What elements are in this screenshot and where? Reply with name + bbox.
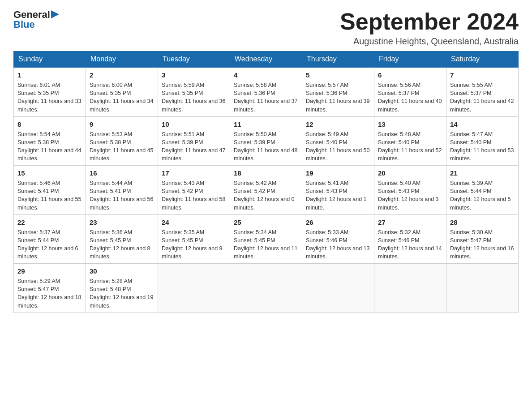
calendar-day-cell: 16Sunrise: 5:44 AMSunset: 5:41 PMDayligh… [86, 166, 158, 215]
day-number: 19 [306, 168, 370, 178]
calendar-day-cell: 22Sunrise: 5:37 AMSunset: 5:44 PMDayligh… [14, 214, 86, 264]
day-number: 18 [234, 168, 298, 178]
calendar-day-cell: 25Sunrise: 5:34 AMSunset: 5:45 PMDayligh… [230, 214, 302, 264]
day-number: 20 [378, 168, 442, 178]
day-number: 2 [90, 70, 154, 80]
day-info: Sunrise: 5:33 AMSunset: 5:46 PMDaylight:… [306, 228, 370, 261]
day-info: Sunrise: 5:56 AMSunset: 5:37 PMDaylight:… [378, 81, 442, 114]
calendar-day-cell: 1Sunrise: 6:01 AMSunset: 5:35 PMDaylight… [14, 67, 86, 116]
day-number: 29 [17, 266, 82, 276]
day-number: 11 [234, 120, 298, 129]
calendar-day-cell: 24Sunrise: 5:35 AMSunset: 5:45 PMDayligh… [158, 214, 230, 264]
day-info: Sunrise: 5:47 AMSunset: 5:40 PMDaylight:… [450, 130, 515, 163]
day-info: Sunrise: 5:51 AMSunset: 5:39 PMDaylight:… [162, 130, 226, 163]
calendar-header-tuesday: Tuesday [158, 51, 230, 68]
day-number: 22 [17, 218, 82, 227]
day-number: 16 [90, 168, 154, 178]
logo-blue: Blue [13, 19, 35, 30]
calendar-week-row: 1Sunrise: 6:01 AMSunset: 5:35 PMDaylight… [14, 67, 519, 116]
day-number: 6 [378, 70, 442, 80]
calendar-table: SundayMondayTuesdayWednesdayThursdayFrid… [13, 51, 519, 313]
calendar-day-cell [374, 264, 446, 313]
day-number: 4 [234, 70, 298, 80]
calendar-header-friday: Friday [374, 51, 446, 68]
day-info: Sunrise: 5:43 AMSunset: 5:42 PMDaylight:… [162, 179, 226, 212]
calendar-day-cell [446, 264, 519, 313]
calendar-day-cell: 19Sunrise: 5:41 AMSunset: 5:43 PMDayligh… [302, 166, 374, 215]
calendar-header-wednesday: Wednesday [230, 51, 302, 68]
day-info: Sunrise: 5:34 AMSunset: 5:45 PMDaylight:… [234, 228, 298, 261]
day-info: Sunrise: 5:36 AMSunset: 5:45 PMDaylight:… [90, 228, 154, 261]
calendar-day-cell: 27Sunrise: 5:32 AMSunset: 5:46 PMDayligh… [374, 214, 446, 264]
calendar-day-cell: 13Sunrise: 5:48 AMSunset: 5:40 PMDayligh… [374, 116, 446, 166]
day-info: Sunrise: 5:46 AMSunset: 5:41 PMDaylight:… [17, 179, 82, 212]
day-number: 25 [234, 218, 298, 227]
day-info: Sunrise: 5:37 AMSunset: 5:44 PMDaylight:… [17, 228, 82, 261]
day-info: Sunrise: 5:29 AMSunset: 5:47 PMDaylight:… [17, 277, 82, 310]
day-info: Sunrise: 5:54 AMSunset: 5:38 PMDaylight:… [17, 130, 82, 163]
day-info: Sunrise: 6:00 AMSunset: 5:35 PMDaylight:… [90, 81, 154, 114]
day-number: 1 [17, 70, 82, 80]
day-number: 8 [17, 120, 82, 129]
month-title: September 2024 [340, 9, 519, 34]
day-info: Sunrise: 5:30 AMSunset: 5:47 PMDaylight:… [450, 228, 515, 261]
day-info: Sunrise: 5:42 AMSunset: 5:42 PMDaylight:… [234, 179, 298, 212]
day-number: 24 [162, 218, 226, 227]
day-info: Sunrise: 5:32 AMSunset: 5:46 PMDaylight:… [378, 228, 442, 261]
calendar-day-cell: 6Sunrise: 5:56 AMSunset: 5:37 PMDaylight… [374, 67, 446, 116]
location-title: Augustine Heights, Queensland, Australia [340, 36, 519, 47]
calendar-day-cell: 30Sunrise: 5:28 AMSunset: 5:48 PMDayligh… [86, 264, 158, 313]
calendar-week-row: 29Sunrise: 5:29 AMSunset: 5:47 PMDayligh… [14, 264, 519, 313]
title-area: September 2024 Augustine Heights, Queens… [340, 9, 519, 47]
day-info: Sunrise: 5:28 AMSunset: 5:48 PMDaylight:… [90, 277, 154, 310]
day-info: Sunrise: 5:35 AMSunset: 5:45 PMDaylight:… [162, 228, 226, 261]
day-number: 10 [162, 120, 226, 129]
page-header: General Blue September 2024 Augustine He… [13, 9, 519, 47]
calendar-day-cell: 5Sunrise: 5:57 AMSunset: 5:36 PMDaylight… [302, 67, 374, 116]
day-number: 27 [378, 218, 442, 227]
day-info: Sunrise: 5:57 AMSunset: 5:36 PMDaylight:… [306, 81, 370, 114]
calendar-day-cell: 12Sunrise: 5:49 AMSunset: 5:40 PMDayligh… [302, 116, 374, 166]
logo: General Blue [13, 9, 59, 30]
day-number: 7 [450, 70, 515, 80]
calendar-day-cell: 2Sunrise: 6:00 AMSunset: 5:35 PMDaylight… [86, 67, 158, 116]
day-info: Sunrise: 5:44 AMSunset: 5:41 PMDaylight:… [90, 179, 154, 212]
calendar-header-monday: Monday [86, 51, 158, 68]
day-info: Sunrise: 5:59 AMSunset: 5:35 PMDaylight:… [162, 81, 226, 114]
calendar-day-cell: 29Sunrise: 5:29 AMSunset: 5:47 PMDayligh… [14, 264, 86, 313]
calendar-day-cell: 15Sunrise: 5:46 AMSunset: 5:41 PMDayligh… [14, 166, 86, 215]
calendar-day-cell: 23Sunrise: 5:36 AMSunset: 5:45 PMDayligh… [86, 214, 158, 264]
calendar-day-cell: 11Sunrise: 5:50 AMSunset: 5:39 PMDayligh… [230, 116, 302, 166]
day-number: 5 [306, 70, 370, 80]
day-number: 14 [450, 120, 515, 129]
day-info: Sunrise: 5:49 AMSunset: 5:40 PMDaylight:… [306, 130, 370, 163]
logo-arrow-icon [51, 10, 59, 18]
day-number: 3 [162, 70, 226, 80]
day-number: 9 [90, 120, 154, 129]
day-number: 13 [378, 120, 442, 129]
calendar-header-sunday: Sunday [14, 51, 86, 68]
day-info: Sunrise: 5:58 AMSunset: 5:36 PMDaylight:… [234, 81, 298, 114]
day-info: Sunrise: 5:39 AMSunset: 5:44 PMDaylight:… [450, 179, 515, 212]
calendar-day-cell: 9Sunrise: 5:53 AMSunset: 5:38 PMDaylight… [86, 116, 158, 166]
day-number: 26 [306, 218, 370, 227]
calendar-day-cell: 14Sunrise: 5:47 AMSunset: 5:40 PMDayligh… [446, 116, 519, 166]
day-number: 28 [450, 218, 515, 227]
day-number: 12 [306, 120, 370, 129]
day-info: Sunrise: 5:50 AMSunset: 5:39 PMDaylight:… [234, 130, 298, 163]
day-info: Sunrise: 5:41 AMSunset: 5:43 PMDaylight:… [306, 179, 370, 212]
calendar-day-cell: 18Sunrise: 5:42 AMSunset: 5:42 PMDayligh… [230, 166, 302, 215]
calendar-day-cell: 21Sunrise: 5:39 AMSunset: 5:44 PMDayligh… [446, 166, 519, 215]
calendar-day-cell [302, 264, 374, 313]
calendar-week-row: 8Sunrise: 5:54 AMSunset: 5:38 PMDaylight… [14, 116, 519, 166]
calendar-header-saturday: Saturday [446, 51, 519, 68]
calendar-week-row: 22Sunrise: 5:37 AMSunset: 5:44 PMDayligh… [14, 214, 519, 264]
day-number: 15 [17, 168, 82, 178]
calendar-day-cell: 26Sunrise: 5:33 AMSunset: 5:46 PMDayligh… [302, 214, 374, 264]
day-info: Sunrise: 5:55 AMSunset: 5:37 PMDaylight:… [450, 81, 515, 114]
calendar-week-row: 15Sunrise: 5:46 AMSunset: 5:41 PMDayligh… [14, 166, 519, 215]
calendar-day-cell: 20Sunrise: 5:40 AMSunset: 5:43 PMDayligh… [374, 166, 446, 215]
day-number: 21 [450, 168, 515, 178]
day-info: Sunrise: 6:01 AMSunset: 5:35 PMDaylight:… [17, 81, 82, 114]
day-info: Sunrise: 5:40 AMSunset: 5:43 PMDaylight:… [378, 179, 442, 212]
